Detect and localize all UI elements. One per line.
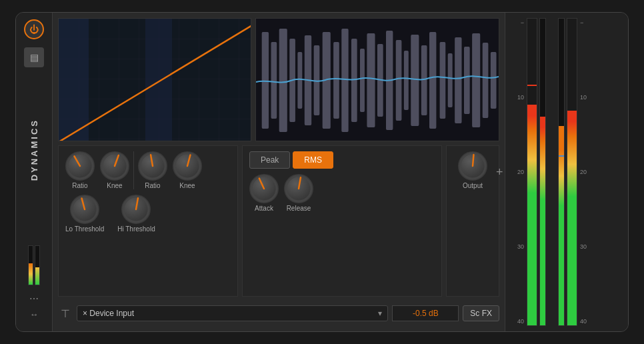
threshold-section: Ratio xyxy=(58,145,238,297)
dots-menu-button[interactable]: ⋯ xyxy=(29,293,39,304)
tick-10: 10 xyxy=(509,94,524,101)
svg-rect-26 xyxy=(440,42,446,119)
hi-threshold-knob[interactable] xyxy=(121,195,151,224)
svg-rect-17 xyxy=(360,49,365,112)
svg-rect-25 xyxy=(429,32,436,129)
svg-rect-14 xyxy=(333,42,339,119)
gain-value: -0.5 dB xyxy=(413,309,439,318)
svg-rect-2 xyxy=(59,19,89,141)
device-input-area[interactable]: × Device Input ▾ xyxy=(77,305,388,321)
attack-group: Attack xyxy=(249,174,279,212)
svg-rect-28 xyxy=(455,37,461,123)
svg-rect-27 xyxy=(448,53,453,107)
lo-ratio-knob[interactable] xyxy=(65,151,95,181)
attack-release-row: Attack Release xyxy=(249,174,435,212)
bottom-bar: ⊤ × Device Input ▾ -0.5 dB Sc FX xyxy=(58,301,499,326)
svg-rect-32 xyxy=(491,52,497,109)
svg-rect-23 xyxy=(411,35,419,126)
left-sidebar: ⏻ ▤ DYNAMICS ⋯ ↔ xyxy=(16,13,53,331)
mini-meters xyxy=(28,245,40,285)
attack-knob[interactable] xyxy=(249,174,279,203)
lo-knee-label: Knee xyxy=(107,182,122,189)
sep-line xyxy=(133,151,134,189)
rtick-minus: − xyxy=(580,19,595,26)
output-knob[interactable] xyxy=(458,151,487,181)
svg-rect-3 xyxy=(145,19,172,141)
rtick-40: 40 xyxy=(580,318,595,325)
folder-button[interactable]: ▤ xyxy=(24,47,44,67)
left-channel-meters xyxy=(527,18,546,326)
plugin-container: ⏻ ▤ DYNAMICS ⋯ ↔ xyxy=(15,12,629,332)
mid-scale xyxy=(549,18,555,326)
hi-threshold-group: Hi Threshold xyxy=(117,195,155,233)
route-button[interactable]: ↔ xyxy=(30,309,39,319)
waveform-svg xyxy=(256,19,499,141)
transfer-curve-svg xyxy=(59,19,251,141)
output-group: Output xyxy=(458,151,487,189)
add-left-button[interactable]: + xyxy=(496,165,503,179)
power-icon: ⏻ xyxy=(29,24,39,35)
envelope-section: Peak RMS Attack xyxy=(242,145,442,297)
lo-threshold-label: Lo Threshold xyxy=(65,225,104,233)
left-scale: − 10 20 30 40 xyxy=(509,18,524,326)
lo-knee-knob[interactable] xyxy=(100,151,129,181)
tick-30: 30 xyxy=(509,243,524,250)
sc-fx-button[interactable]: Sc FX xyxy=(463,305,499,321)
right-scale: − 10 20 30 40 xyxy=(580,18,595,326)
attack-label: Attack xyxy=(255,205,273,212)
release-label: Release xyxy=(287,205,311,212)
meter-bar-l1 xyxy=(527,18,537,326)
release-knob[interactable] xyxy=(284,174,313,203)
release-group: Release xyxy=(284,174,313,212)
lo-knee-group: Knee xyxy=(100,151,129,189)
waveform-display xyxy=(255,18,499,141)
hi-section: Ratio xyxy=(138,151,202,189)
svg-rect-30 xyxy=(472,33,480,127)
rtick-30: 30 xyxy=(580,243,595,250)
peak-rms-row: Peak RMS xyxy=(249,151,333,169)
lo-threshold-group: Lo Threshold xyxy=(65,195,104,233)
dropdown-arrow-icon[interactable]: ▾ xyxy=(378,309,382,318)
svg-rect-24 xyxy=(421,45,427,115)
peak-button[interactable]: Peak xyxy=(249,151,290,169)
rtick-10: 10 xyxy=(580,94,595,101)
plugin-title: DYNAMICS xyxy=(29,119,39,181)
device-name-text: × Device Input xyxy=(83,309,373,318)
svg-rect-29 xyxy=(464,47,470,114)
meter-bar-r1 xyxy=(558,18,565,326)
lo-ratio-label: Ratio xyxy=(72,182,87,189)
routing-icon[interactable]: ⊤ xyxy=(58,305,73,323)
mini-meter-left xyxy=(28,245,33,285)
meter-bar-l2 xyxy=(539,18,546,326)
folder-icon: ▤ xyxy=(30,52,39,63)
hi-ratio-label: Ratio xyxy=(145,182,160,189)
tick-40: 40 xyxy=(509,318,524,325)
graphs-row xyxy=(58,18,499,141)
rms-button[interactable]: RMS xyxy=(293,151,333,169)
svg-rect-6 xyxy=(262,32,269,129)
right-meters: + + − 10 20 30 40 xyxy=(505,13,628,331)
lo-threshold-knob[interactable] xyxy=(70,195,99,224)
mini-meter-right xyxy=(35,245,40,285)
svg-rect-21 xyxy=(396,40,402,121)
svg-rect-8 xyxy=(279,29,287,132)
gain-display: -0.5 dB xyxy=(392,305,459,321)
svg-rect-22 xyxy=(404,51,409,110)
transfer-graph xyxy=(58,18,251,141)
main-content: Ratio xyxy=(53,13,505,331)
hi-ratio-knob[interactable] xyxy=(138,151,167,181)
output-label: Output xyxy=(463,182,483,189)
hi-knee-label: Knee xyxy=(179,182,195,189)
tick-minus: − xyxy=(509,19,524,26)
hi-knee-knob[interactable] xyxy=(173,151,202,181)
hi-ratio-group: Ratio xyxy=(138,151,167,189)
meter-bar-r2 xyxy=(567,18,577,326)
lo-ratio-group: Ratio xyxy=(65,151,95,189)
right-channel-meters xyxy=(558,18,577,326)
rtick-20: 20 xyxy=(580,169,595,175)
controls-row: Ratio xyxy=(58,145,499,297)
power-button[interactable]: ⏻ xyxy=(24,19,44,39)
hi-threshold-label: Hi Threshold xyxy=(117,225,155,233)
hi-knee-group: Knee xyxy=(173,151,202,189)
svg-rect-10 xyxy=(297,52,302,109)
